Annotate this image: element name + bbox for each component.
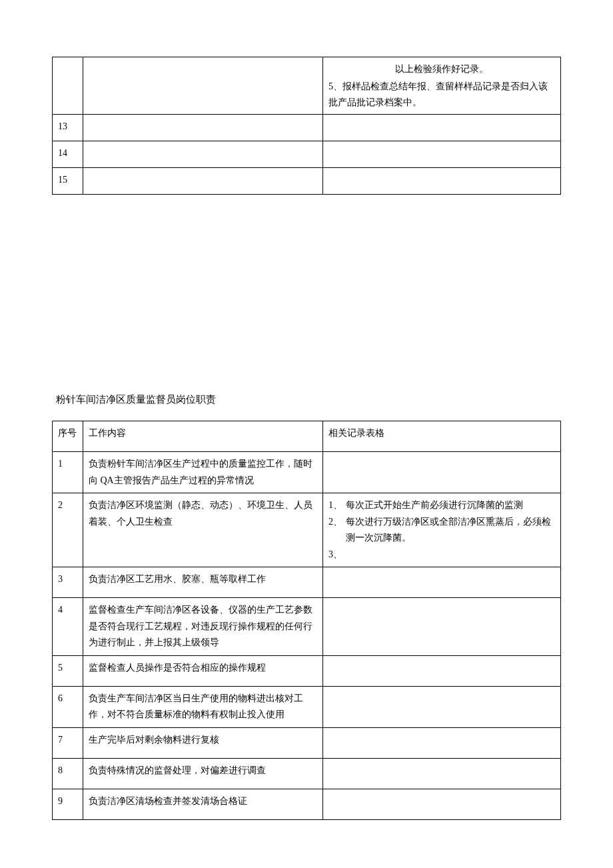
cell-work: 负责粉针车间洁净区生产过程中的质量监控工作，随时向 QA主管报告产品生产过程的异… [83,452,323,493]
table-row: 15 [53,168,561,195]
record-text: 5、报样品检查总结年报、查留样样品记录是否归入该批产品批记录档案中。 [328,79,555,111]
table-row: 以上检验须作好记录。 5、报样品检查总结年报、查留样样品记录是否归入该批产品批记… [53,57,561,115]
cell-work: 负责洁净区清场检查并签发清场合格证 [83,789,323,819]
cell-num [53,57,83,115]
cell-num: 13 [53,115,83,141]
cell-num: 8 [53,758,83,789]
table-row: 4 监督检查生产车间洁净区各设备、仪器的生产工艺参数是否符合现行工艺规程，对违反… [53,598,561,656]
table-row: 14 [53,141,561,168]
cell-work: 负责特殊情况的监督处理，对偏差进行调查 [83,758,323,789]
header-num: 序号 [53,421,83,452]
cell-num: 4 [53,598,83,656]
cell-work [83,115,323,141]
table-row: 1 负责粉针车间洁净区生产过程中的质量监控工作，随时向 QA主管报告产品生产过程… [53,452,561,493]
table-1-continuation: 以上检验须作好记录。 5、报样品检查总结年报、查留样样品记录是否归入该批产品批记… [52,57,561,195]
cell-record [323,655,561,686]
cell-record [323,598,561,656]
table-row: 9 负责洁净区清场检查并签发清场合格证 [53,789,561,819]
cell-work: 负责生产车间洁净区当日生产使用的物料进出核对工作，对不符合质量标准的物料有权制止… [83,686,323,727]
table-header-row: 序号 工作内容 相关记录表格 [53,421,561,452]
cell-work: 生产完毕后对剩余物料进行复核 [83,727,323,758]
header-record: 相关记录表格 [323,421,561,452]
table-row: 6 负责生产车间洁净区当日生产使用的物料进出核对工作，对不符合质量标准的物料有权… [53,686,561,727]
table-row: 13 [53,115,561,141]
cell-record [323,115,561,141]
cell-num: 15 [53,168,83,195]
cell-num: 1 [53,452,83,493]
item-number: 1、 [328,497,346,514]
cell-num: 9 [53,789,83,819]
cell-record [323,168,561,195]
cell-work: 监督检查生产车间洁净区各设备、仪器的生产工艺参数是否符合现行工艺规程，对违反现行… [83,598,323,656]
table-row: 2 负责洁净区环境监测（静态、动态）、环境卫生、人员着装、个人卫生检查 1、 每… [53,493,561,567]
cell-record [323,567,561,598]
cell-work: 负责洁净区工艺用水、胶塞、瓶等取样工作 [83,567,323,598]
item-number: 2、 [328,514,346,547]
record-item: 2、 每次进行万级洁净区或全部洁净区熏蒸后，必须检测一次沉降菌。 [328,514,555,547]
table-2: 序号 工作内容 相关记录表格 1 负责粉针车间洁净区生产过程中的质量监控工作，随… [52,421,561,820]
cell-record [323,758,561,789]
item-text [346,547,555,563]
cell-record [323,727,561,758]
cell-num: 2 [53,493,83,567]
cell-num: 6 [53,686,83,727]
item-text: 每次正式开始生产前必须进行沉降菌的监测 [346,497,555,514]
cell-record [323,686,561,727]
cell-record: 以上检验须作好记录。 5、报样品检查总结年报、查留样样品记录是否归入该批产品批记… [323,57,561,115]
cell-record: 1、 每次正式开始生产前必须进行沉降菌的监测 2、 每次进行万级洁净区或全部洁净… [323,493,561,567]
table-row: 8 负责特殊情况的监督处理，对偏差进行调查 [53,758,561,789]
cell-num: 5 [53,655,83,686]
cell-record [323,789,561,819]
record-item: 3、 [328,547,555,563]
table-row: 5 监督检查人员操作是否符合相应的操作规程 [53,655,561,686]
cell-work: 负责洁净区环境监测（静态、动态）、环境卫生、人员着装、个人卫生检查 [83,493,323,567]
cell-work: 监督检查人员操作是否符合相应的操作规程 [83,655,323,686]
cell-record [323,141,561,168]
item-text: 每次进行万级洁净区或全部洁净区熏蒸后，必须检测一次沉降菌。 [346,514,555,547]
cell-work [83,141,323,168]
record-text: 以上检验须作好记录。 [328,61,555,79]
header-work: 工作内容 [83,421,323,452]
record-item: 1、 每次正式开始生产前必须进行沉降菌的监测 [328,497,555,514]
section-title: 粉针车间洁净区质量监督员岗位职责 [56,393,561,406]
cell-num: 14 [53,141,83,168]
cell-num: 7 [53,727,83,758]
cell-num: 3 [53,567,83,598]
table-row: 7 生产完毕后对剩余物料进行复核 [53,727,561,758]
table-row: 3 负责洁净区工艺用水、胶塞、瓶等取样工作 [53,567,561,598]
cell-record [323,452,561,493]
cell-work [83,57,323,115]
item-number: 3、 [328,547,346,563]
cell-work [83,168,323,195]
